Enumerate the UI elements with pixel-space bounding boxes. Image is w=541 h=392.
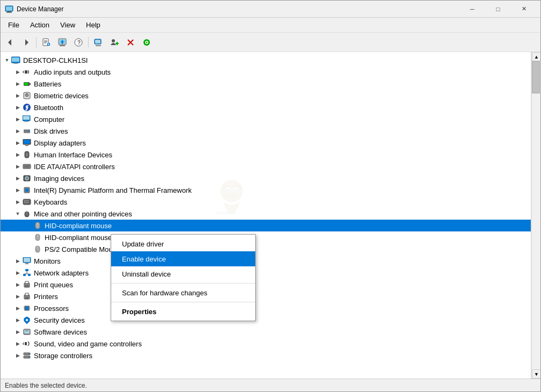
menu-view[interactable]: View: [55, 19, 81, 31]
tree-item-intel[interactable]: ▶ Intel(R) Dynamic Platform and Thermal …: [1, 184, 531, 196]
close-button[interactable]: ✕: [511, 1, 536, 18]
svg-rect-20: [96, 45, 101, 46]
tree-item-sound[interactable]: ▶ Sound, video and game controllers: [1, 338, 531, 350]
tree-item-imaging[interactable]: ▶ Imaging devices: [1, 172, 531, 184]
expander-sound[interactable]: ▶: [13, 339, 22, 348]
tree-label-printers: Printers: [34, 293, 58, 301]
tree-item-batteries[interactable]: ▶ Batteries: [1, 78, 531, 90]
tree-item-computer[interactable]: ▶ Computer: [1, 113, 531, 125]
menu-file[interactable]: File: [3, 19, 25, 31]
tree-item-software[interactable]: ▶ Software devices: [1, 326, 531, 338]
expander-hid[interactable]: ▶: [13, 150, 22, 159]
show-hidden-toolbar-button[interactable]: [91, 35, 106, 50]
tree-item-hid[interactable]: ▶ Human Interface Devices: [1, 149, 531, 161]
scroll-thumb[interactable]: [532, 61, 540, 93]
tree-item-ps2-mouse[interactable]: PS/2 Compatible Mouse: [1, 243, 531, 255]
tree-item-storage[interactable]: ▶ Storage controllers: [1, 350, 531, 361]
svg-rect-68: [27, 202, 28, 203]
expander-disk[interactable]: ▶: [13, 127, 22, 135]
menu-action[interactable]: Action: [25, 19, 55, 31]
vertical-scrollbar[interactable]: ▲ ▼: [531, 52, 540, 379]
expander-batteries[interactable]: ▶: [13, 79, 22, 88]
svg-rect-101: [24, 330, 30, 333]
main-content: ▼ DESKTOP-CLKH1SI ▶: [1, 52, 540, 379]
help-toolbar-button[interactable]: ?: [71, 35, 86, 50]
device-tree[interactable]: ▼ DESKTOP-CLKH1SI ▶: [1, 52, 531, 379]
context-menu-sep-2: [111, 302, 255, 302]
tree-label-hid-mouse-1: HID-compliant mouse: [45, 222, 112, 230]
back-button[interactable]: [3, 35, 18, 50]
tree-item-hid-mouse-2[interactable]: HID-compliant mouse: [1, 231, 531, 243]
minimize-button[interactable]: ─: [460, 1, 485, 18]
expander-hid-mouse-2[interactable]: [24, 233, 33, 242]
ide-icon: [22, 162, 32, 171]
uninstall-toolbar-button[interactable]: [123, 35, 138, 50]
tree-item-printers[interactable]: ▶ Printers: [1, 291, 531, 302]
scroll-down-button[interactable]: ▼: [532, 369, 540, 379]
tree-item-print-queues[interactable]: ▶ Print queues: [1, 279, 531, 291]
tree-label-bluetooth: Bluetooth: [34, 104, 63, 112]
svg-rect-3: [6, 6, 12, 11]
expander-storage[interactable]: ▶: [13, 351, 22, 360]
expander-processors[interactable]: ▶: [13, 304, 22, 313]
expander-keyboards[interactable]: ▶: [13, 198, 22, 206]
context-menu-enable-device[interactable]: Enable device: [111, 251, 255, 266]
tree-item-monitors[interactable]: ▶ Monitors: [1, 255, 531, 267]
status-text: Enables the selected device.: [5, 382, 87, 389]
expander-hid-mouse-1[interactable]: [24, 221, 33, 230]
tree-item-display[interactable]: ▶ Display adapters: [1, 137, 531, 149]
expander-mice[interactable]: ▼: [13, 209, 22, 218]
scroll-track[interactable]: [532, 61, 540, 369]
tree-label-hid-mouse-2: HID-compliant mouse: [45, 234, 112, 242]
properties-toolbar-button[interactable]: [39, 35, 54, 50]
expander-security[interactable]: ▶: [13, 316, 22, 324]
tree-item-hid-mouse-1[interactable]: HID-compliant mouse: [1, 220, 531, 231]
expander-computer[interactable]: ▶: [13, 115, 22, 124]
forward-button[interactable]: [19, 35, 34, 50]
window-title: Device Manager: [17, 5, 460, 13]
context-menu-properties[interactable]: Properties: [111, 304, 255, 319]
storage-icon: [22, 351, 32, 360]
maximize-button[interactable]: □: [486, 1, 510, 18]
tree-item-biometric[interactable]: ▶ Biometric devices: [1, 90, 531, 101]
menu-help[interactable]: Help: [81, 19, 106, 31]
tree-item-processors[interactable]: ▶ Processors: [1, 302, 531, 314]
expander-imaging[interactable]: ▶: [13, 174, 22, 183]
expander-display[interactable]: ▶: [13, 139, 22, 147]
tree-item-security[interactable]: ▶ Security devices: [1, 314, 531, 326]
tree-label-sound: Sound, video and game controllers: [34, 340, 142, 348]
expander-biometric[interactable]: ▶: [13, 91, 22, 100]
scroll-up-button[interactable]: ▲: [532, 52, 540, 61]
biometric-icon: [22, 91, 32, 100]
tree-item-root[interactable]: ▼ DESKTOP-CLKH1SI: [1, 54, 531, 66]
tree-item-network[interactable]: ▶ Network adapters: [1, 267, 531, 279]
tree-label-disk: Disk drives: [34, 127, 68, 135]
tree-item-ide[interactable]: ▶ IDE ATA/ATAPI controllers: [1, 161, 531, 172]
expander-intel[interactable]: ▶: [13, 186, 22, 194]
scan-toolbar-button[interactable]: [139, 35, 154, 50]
expander-monitors[interactable]: ▶: [13, 257, 22, 265]
expander-print-queues[interactable]: ▶: [13, 280, 22, 289]
expander-ide[interactable]: ▶: [13, 162, 22, 171]
tree-label-security: Security devices: [34, 316, 85, 324]
expander-root[interactable]: ▼: [3, 56, 11, 64]
context-menu-update-driver[interactable]: Update driver: [111, 236, 255, 251]
context-menu-scan[interactable]: Scan for hardware changes: [111, 285, 255, 300]
expander-audio[interactable]: ▶: [13, 68, 22, 76]
expander-software[interactable]: ▶: [13, 328, 22, 336]
tree-item-keyboards[interactable]: ▶ Keyboards: [1, 196, 531, 208]
svg-rect-64: [26, 200, 27, 201]
expander-printers[interactable]: ▶: [13, 292, 22, 301]
tree-item-disk[interactable]: ▶ Disk drives: [1, 125, 531, 137]
expander-bluetooth[interactable]: ▶: [13, 103, 22, 112]
update-driver-toolbar-button[interactable]: [55, 35, 70, 50]
title-bar: Device Manager ─ □ ✕: [1, 1, 540, 18]
context-menu-uninstall-device[interactable]: Uninstall device: [111, 266, 255, 281]
tree-item-mice[interactable]: ▼ Mice and other pointing devices: [1, 208, 531, 220]
svg-rect-54: [23, 164, 31, 169]
add-device-toolbar-button[interactable]: [107, 35, 122, 50]
expander-network[interactable]: ▶: [13, 268, 22, 277]
tree-item-bluetooth[interactable]: ▶ Bluetooth: [1, 101, 531, 113]
tree-item-audio[interactable]: ▶ Audio inputs and outputs: [1, 66, 531, 78]
expander-ps2-mouse[interactable]: [24, 245, 33, 253]
